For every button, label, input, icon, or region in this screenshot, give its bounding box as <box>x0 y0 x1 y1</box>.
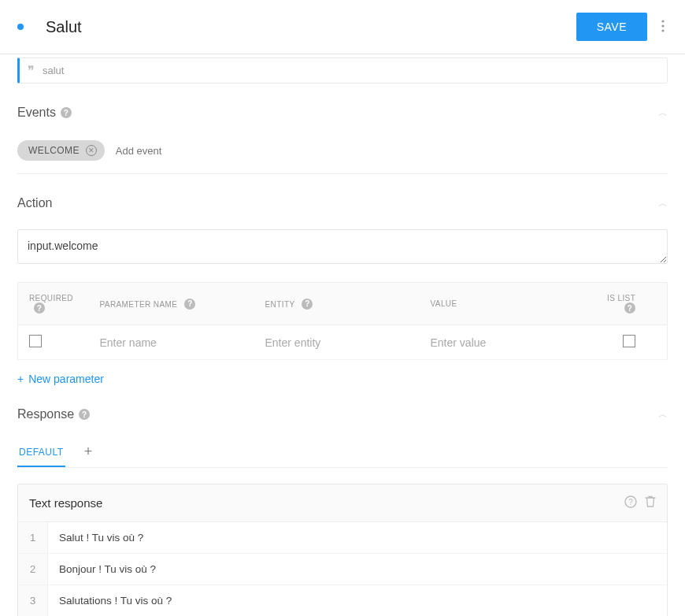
text-response-head: Text response ? <box>18 484 667 522</box>
th-required: REQUIRED ? <box>18 283 89 325</box>
add-event-input[interactable] <box>116 145 248 157</box>
quote-icon: ❞ <box>28 63 35 78</box>
close-icon[interactable]: ✕ <box>86 145 97 156</box>
new-parameter-button[interactable]: + New parameter <box>17 373 104 385</box>
response-section-head[interactable]: Response ? ︿ <box>17 407 668 426</box>
response-tabs: DEFAULT + <box>17 440 668 468</box>
status-dot <box>17 24 24 30</box>
row-number: 1 <box>18 522 48 553</box>
events-heading: Events <box>17 106 56 120</box>
action-heading: Action <box>17 196 52 210</box>
param-entity-input[interactable] <box>265 336 409 349</box>
response-input[interactable] <box>48 585 667 616</box>
save-button[interactable]: SAVE <box>576 13 647 41</box>
help-icon[interactable]: ? <box>624 302 635 314</box>
response-row: 1 <box>18 522 667 554</box>
response-heading: Response <box>17 407 74 421</box>
help-icon[interactable]: ? <box>79 409 90 420</box>
event-chip-welcome[interactable]: WELCOME ✕ <box>17 140 105 161</box>
response-input[interactable] <box>48 554 667 584</box>
events-section-head[interactable]: Events ? ︿ <box>17 106 668 124</box>
text-response-card: Text response ? 1 2 3 4 5 <box>17 484 668 616</box>
table-row <box>18 325 668 360</box>
response-input[interactable] <box>48 522 667 553</box>
training-phrase-text: salut <box>43 65 64 76</box>
help-icon[interactable]: ? <box>184 299 195 310</box>
page-title: Salut <box>46 18 576 36</box>
add-tab-button[interactable]: + <box>84 443 93 465</box>
trash-icon[interactable] <box>645 495 656 510</box>
svg-point-1 <box>661 24 664 27</box>
events-row: WELCOME ✕ <box>17 124 668 174</box>
th-is-list: IS LIST ? <box>581 283 668 325</box>
param-value-input[interactable] <box>431 336 570 349</box>
th-entity: ENTITY ? <box>254 283 420 325</box>
th-value: VALUE <box>420 283 581 325</box>
help-icon[interactable]: ? <box>624 495 637 510</box>
svg-point-2 <box>661 29 664 32</box>
page-header: Salut SAVE <box>0 0 685 54</box>
tab-default[interactable]: DEFAULT <box>17 440 65 467</box>
new-parameter-label: New parameter <box>28 373 104 385</box>
text-response-title: Text response <box>29 496 616 510</box>
help-icon[interactable]: ? <box>34 302 45 314</box>
param-name-input[interactable] <box>100 336 243 349</box>
chevron-up-icon[interactable]: ︿ <box>658 408 668 421</box>
svg-text:?: ? <box>628 498 633 507</box>
event-chip-label: WELCOME <box>28 145 80 156</box>
more-icon[interactable] <box>658 17 668 38</box>
help-icon[interactable]: ? <box>302 299 313 310</box>
help-icon[interactable]: ? <box>61 107 72 118</box>
chevron-up-icon[interactable]: ︿ <box>658 197 668 210</box>
chevron-up-icon[interactable]: ︿ <box>658 106 668 120</box>
row-number: 2 <box>18 554 48 584</box>
action-section-head[interactable]: Action ︿ <box>17 196 668 215</box>
row-number: 3 <box>18 585 48 616</box>
action-name-input[interactable] <box>17 229 668 264</box>
response-row: 3 <box>18 585 667 616</box>
svg-point-0 <box>661 20 664 22</box>
training-phrase-box[interactable]: ❞ salut <box>17 58 668 83</box>
parameters-table: REQUIRED ? PARAMETER NAME ? ENTITY ? VAL… <box>17 282 668 360</box>
is-list-checkbox[interactable] <box>623 335 635 347</box>
plus-icon: + <box>17 373 24 385</box>
required-checkbox[interactable] <box>29 335 42 347</box>
response-row: 2 <box>18 554 667 585</box>
th-param-name: PARAMETER NAME ? <box>89 283 254 325</box>
